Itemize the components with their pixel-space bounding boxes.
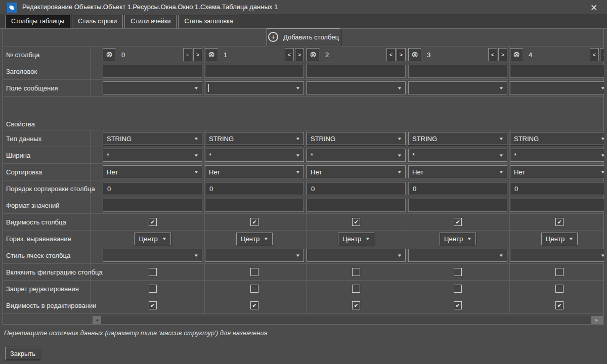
- move-column-right-button[interactable]: >: [295, 48, 304, 61]
- width-dropdown[interactable]: * ▼: [205, 149, 304, 162]
- header-input[interactable]: [510, 65, 604, 78]
- scroll-right-icon[interactable]: ►: [591, 316, 603, 324]
- row-message-field: Поле сообщения ▼ ▼: [3, 80, 604, 97]
- sorting-dropdown[interactable]: Нет ▼: [103, 165, 202, 178]
- h-align-dropdown[interactable]: Центр ▼: [236, 233, 273, 245]
- h-align-dropdown[interactable]: Центр ▼: [541, 233, 578, 245]
- tab-cell-styles[interactable]: Стили ячейки: [124, 15, 177, 28]
- edit-visibility-checkbox[interactable]: ✔: [352, 301, 360, 309]
- cell-style-dropdown[interactable]: ▼: [307, 249, 406, 262]
- move-column-right-button[interactable]: >: [397, 48, 406, 61]
- move-column-left-button[interactable]: <: [285, 48, 294, 61]
- value-format-cell: [103, 197, 204, 213]
- filter-checkbox[interactable]: ✔: [250, 268, 258, 276]
- move-column-left-button[interactable]: <: [488, 48, 497, 61]
- width-dropdown[interactable]: * ▼: [307, 149, 406, 162]
- header-input[interactable]: [103, 65, 202, 78]
- move-column-left-button[interactable]: <: [590, 48, 599, 61]
- header-input[interactable]: [408, 65, 507, 78]
- value-format-input[interactable]: [103, 199, 202, 212]
- edit-visibility-checkbox[interactable]: ✔: [250, 301, 258, 309]
- cell-style-dropdown[interactable]: ▼: [103, 249, 202, 262]
- message-field-dropdown[interactable]: ▼: [510, 81, 604, 95]
- window-titlebar[interactable]: Редактирование Объекты.Объект 1.Ресурсы.…: [0, 0, 607, 14]
- value-format-input[interactable]: [408, 199, 507, 212]
- h-align-dropdown[interactable]: Центр ▼: [338, 233, 374, 245]
- cell-style-dropdown[interactable]: ▼: [408, 249, 507, 262]
- data-type-dropdown[interactable]: STRING ▼: [307, 132, 406, 145]
- tab-table-columns[interactable]: Столбцы таблицы: [5, 15, 70, 28]
- sort-order-input[interactable]: [205, 182, 304, 195]
- row-value-format: Формат значений: [3, 197, 604, 214]
- move-column-right-button[interactable]: >: [600, 48, 604, 61]
- visibility-checkbox[interactable]: ✔: [250, 218, 258, 226]
- value-format-input[interactable]: [205, 199, 304, 212]
- no-edit-checkbox[interactable]: ✔: [149, 285, 157, 293]
- value-format-cell: [408, 197, 509, 213]
- message-field-dropdown[interactable]: ▼: [408, 81, 507, 95]
- edit-visibility-checkbox[interactable]: ✔: [149, 301, 157, 309]
- horizontal-scrollbar-thumb[interactable]: [101, 316, 591, 324]
- no-edit-checkbox[interactable]: ✔: [555, 285, 563, 293]
- remove-column-button[interactable]: ⊗: [307, 48, 320, 61]
- sorting-dropdown[interactable]: Нет ▼: [205, 165, 304, 178]
- no-edit-checkbox[interactable]: ✔: [352, 285, 360, 293]
- cell-style-dropdown[interactable]: ▼: [510, 249, 604, 262]
- h-align-dropdown[interactable]: Центр ▼: [134, 233, 170, 245]
- remove-column-button[interactable]: ⊗: [408, 48, 421, 61]
- cell-style-dropdown[interactable]: ▼: [205, 249, 304, 262]
- visibility-checkbox[interactable]: ✔: [149, 218, 157, 226]
- width-dropdown[interactable]: * ▼: [103, 149, 202, 162]
- header-input[interactable]: [307, 65, 406, 78]
- value-format-input[interactable]: [510, 199, 604, 212]
- dropdown-arrow-icon: ▼: [194, 153, 199, 158]
- tab-header-style[interactable]: Стиль заголовка: [178, 15, 239, 28]
- data-type-dropdown[interactable]: STRING ▼: [205, 132, 304, 145]
- scroll-left-icon[interactable]: ◄: [93, 316, 101, 324]
- no-edit-checkbox[interactable]: ✔: [250, 285, 258, 293]
- visibility-checkbox[interactable]: ✔: [454, 218, 462, 226]
- data-type-dropdown[interactable]: STRING ▼: [408, 132, 507, 145]
- remove-column-button[interactable]: ⊗: [510, 48, 523, 61]
- data-type-value: STRING: [209, 135, 234, 143]
- sort-order-input[interactable]: [408, 182, 507, 195]
- move-column-left-button[interactable]: <: [183, 48, 192, 61]
- data-type-dropdown[interactable]: STRING ▼: [510, 132, 604, 145]
- h-align-dropdown[interactable]: Центр ▼: [440, 233, 476, 245]
- sort-order-input[interactable]: [307, 182, 406, 195]
- close-button[interactable]: Закрыть: [5, 347, 40, 360]
- header-input[interactable]: [205, 65, 304, 78]
- filter-checkbox[interactable]: ✔: [149, 268, 157, 276]
- data-type-dropdown[interactable]: STRING ▼: [103, 132, 202, 145]
- no-edit-checkbox[interactable]: ✔: [454, 285, 462, 293]
- sort-order-input[interactable]: [103, 182, 202, 195]
- visibility-checkbox[interactable]: ✔: [555, 218, 563, 226]
- move-column-right-button[interactable]: >: [498, 48, 507, 61]
- edit-visibility-cell: ✔: [306, 297, 408, 313]
- message-field-dropdown[interactable]: ▼: [307, 81, 406, 95]
- sorting-dropdown[interactable]: Нет ▼: [307, 165, 406, 178]
- width-dropdown[interactable]: * ▼: [510, 149, 604, 162]
- sorting-dropdown[interactable]: Нет ▼: [510, 165, 604, 178]
- edit-visibility-checkbox[interactable]: ✔: [454, 301, 462, 309]
- edit-visibility-checkbox[interactable]: ✔: [555, 301, 563, 309]
- remove-column-button[interactable]: ⊗: [205, 48, 218, 61]
- move-column-right-button[interactable]: >: [193, 48, 202, 61]
- filter-checkbox[interactable]: ✔: [454, 268, 462, 276]
- check-icon: ✔: [354, 219, 358, 225]
- sorting-dropdown[interactable]: Нет ▼: [408, 165, 507, 178]
- add-column-button[interactable]: + Добавить столбец: [267, 28, 340, 46]
- sort-order-input[interactable]: [510, 182, 604, 195]
- filter-checkbox[interactable]: ✔: [555, 268, 563, 276]
- filter-checkbox[interactable]: ✔: [352, 268, 360, 276]
- visibility-checkbox[interactable]: ✔: [352, 218, 360, 226]
- message-field-dropdown[interactable]: ▼: [103, 81, 202, 95]
- width-dropdown[interactable]: * ▼: [408, 149, 507, 162]
- window-close-icon[interactable]: ✕: [588, 2, 600, 14]
- horizontal-scrollbar[interactable]: ◄ ►: [93, 316, 603, 324]
- move-column-left-button[interactable]: <: [386, 48, 396, 61]
- value-format-input[interactable]: [307, 199, 406, 212]
- tab-row-style[interactable]: Стиль строки: [72, 15, 123, 28]
- remove-column-button[interactable]: ⊗: [103, 48, 116, 61]
- message-field-dropdown[interactable]: ▼: [205, 81, 304, 95]
